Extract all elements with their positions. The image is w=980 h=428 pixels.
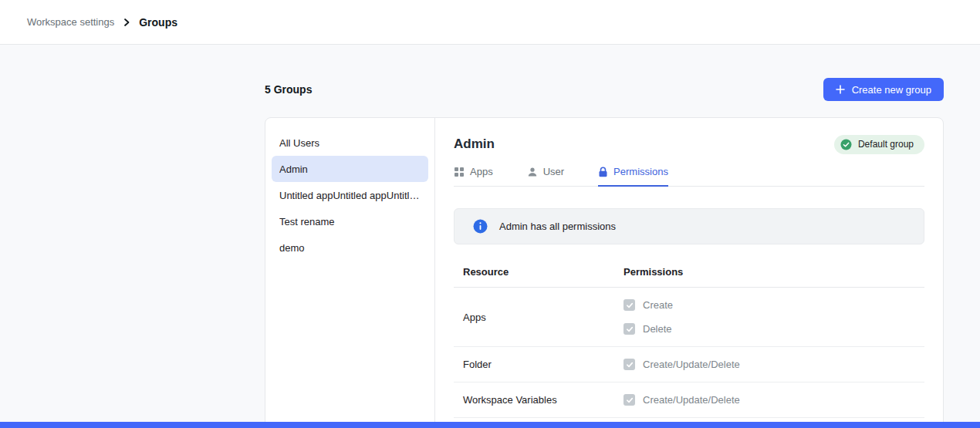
group-item-test-rename[interactable]: Test rename bbox=[272, 208, 428, 234]
info-icon bbox=[473, 219, 488, 234]
permissions-table-header: Resource Permissions bbox=[454, 260, 924, 288]
check-circle-icon bbox=[840, 139, 852, 150]
group-item-demo[interactable]: demo bbox=[272, 234, 428, 261]
group-list: All Users Admin Untitled appUntitled app… bbox=[265, 118, 435, 428]
tab-user-label: User bbox=[543, 166, 564, 177]
create-new-group-label: Create new group bbox=[852, 84, 931, 96]
resource-label: Workspace Variables bbox=[454, 394, 623, 406]
breadcrumb-workspace-settings[interactable]: Workspace settings bbox=[27, 16, 114, 28]
lock-icon bbox=[598, 167, 608, 177]
group-item-untitled-app[interactable]: Untitled appUntitled appUntitle… bbox=[272, 182, 428, 208]
permission-apps-create: Create bbox=[623, 299, 924, 311]
default-group-badge: Default group bbox=[834, 135, 924, 154]
checkbox-checked-disabled[interactable] bbox=[623, 359, 635, 370]
permission-apps-delete: Delete bbox=[623, 323, 924, 335]
group-title: Admin bbox=[454, 136, 495, 152]
permission-label: Delete bbox=[643, 323, 672, 335]
table-row-folder: Folder Create/Update/Delete bbox=[454, 347, 924, 383]
permission-label: Create/Update/Delete bbox=[643, 359, 740, 370]
create-new-group-button[interactable]: Create new group bbox=[823, 78, 944, 101]
group-item-all-users[interactable]: All Users bbox=[272, 130, 428, 156]
user-icon bbox=[527, 167, 538, 177]
default-group-badge-label: Default group bbox=[858, 139, 914, 150]
checkbox-checked-disabled[interactable] bbox=[623, 299, 635, 311]
plus-icon bbox=[836, 85, 845, 94]
chevron-right-icon bbox=[122, 18, 131, 27]
permissions-info-banner: Admin has all permissions bbox=[454, 208, 924, 244]
tab-user[interactable]: User bbox=[527, 166, 564, 187]
table-row-apps: Apps Create Delete bbox=[454, 288, 924, 347]
groups-card: All Users Admin Untitled appUntitled app… bbox=[265, 117, 944, 428]
permission-workspace-variables-cud: Create/Update/Delete bbox=[623, 394, 924, 406]
tab-permissions-label: Permissions bbox=[613, 166, 668, 177]
apps-icon bbox=[454, 167, 465, 177]
permission-label: Create/Update/Delete bbox=[643, 394, 740, 406]
main-content: 5 Groups Create new group All Users Admi… bbox=[0, 45, 980, 428]
resource-column-header: Resource bbox=[454, 266, 623, 278]
page-header: 5 Groups Create new group bbox=[265, 78, 944, 101]
checkbox-checked-disabled[interactable] bbox=[623, 323, 635, 335]
table-row-workspace-variables: Workspace Variables Create/Update/Delete bbox=[454, 383, 924, 418]
group-item-admin[interactable]: Admin bbox=[272, 156, 428, 182]
top-bar: Workspace settings Groups bbox=[0, 0, 980, 45]
tab-apps[interactable]: Apps bbox=[454, 166, 493, 187]
permission-label: Create bbox=[643, 299, 673, 311]
group-detail-panel: Admin Default group bbox=[435, 118, 943, 428]
resource-label: Apps bbox=[454, 312, 623, 323]
tab-apps-label: Apps bbox=[470, 166, 493, 177]
tab-permissions[interactable]: Permissions bbox=[598, 166, 668, 187]
breadcrumb-groups: Groups bbox=[139, 16, 177, 29]
tab-bar: Apps User bbox=[454, 166, 924, 187]
checkbox-checked-disabled[interactable] bbox=[623, 394, 635, 406]
group-detail-header: Admin Default group bbox=[454, 133, 924, 155]
permissions-table: Resource Permissions Apps Create bbox=[454, 260, 924, 418]
permission-folder-cud: Create/Update/Delete bbox=[623, 359, 924, 370]
resource-label: Folder bbox=[454, 359, 623, 370]
info-banner-text: Admin has all permissions bbox=[499, 221, 616, 232]
permissions-column-header: Permissions bbox=[623, 266, 924, 278]
bottom-accent-bar bbox=[0, 422, 980, 428]
groups-count-label: 5 Groups bbox=[265, 83, 312, 96]
